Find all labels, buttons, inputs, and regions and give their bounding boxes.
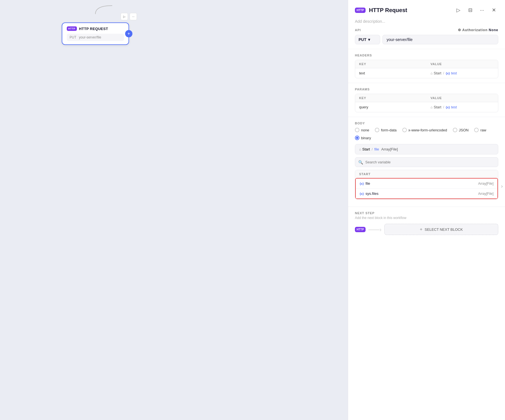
radio-json[interactable]: JSON [453, 128, 469, 132]
node-url: PUT your-server/file [67, 34, 124, 41]
headers-section: HEADERS KEY VALUE text ⌂ Start / {x} tes… [348, 54, 505, 83]
params-var-1: test [451, 105, 457, 109]
node-url-text: your-server/file [79, 35, 101, 39]
divider-1 [348, 49, 505, 49]
panel-http-badge: HTTP [355, 8, 366, 13]
next-step-http-badge: HTTP [355, 227, 366, 232]
node-play-button[interactable]: ▷ [121, 13, 128, 20]
canvas-connector [0, 0, 348, 420]
dropdown-item-sys-files-type: Array[File] [478, 192, 493, 196]
body-section: BODY none form-data x-www-form-urlencode… [348, 122, 505, 207]
dropdown-item-file-type: Array[File] [478, 182, 493, 186]
panel-close-button[interactable]: ✕ [489, 6, 498, 15]
dropdown-item-sys-files[interactable]: {x} sys.files Array[File] [356, 189, 497, 198]
node-controls: ▷ ··· [121, 13, 340, 20]
next-step-arrow-icon: ——› [368, 226, 382, 233]
headers-var-1: test [451, 71, 457, 75]
api-row: PUT ▾ [355, 35, 498, 44]
method-value: PUT [359, 37, 366, 42]
params-section: PARAMS KEY VALUE query ⌂ Start / {x} tes… [348, 88, 505, 117]
panel-header-actions: ▷ ⊟ ··· ✕ [454, 6, 498, 15]
radio-x-www[interactable]: x-www-form-urlencoded [402, 128, 447, 132]
api-section: API ⚙ Authorization None PUT ▾ [348, 28, 505, 49]
url-input[interactable] [382, 35, 498, 44]
body-var-type: Array[File] [381, 147, 398, 151]
next-step-row: HTTP ——› + SELECT NEXT BLOCK [355, 224, 498, 235]
node-card: HTTP HTTP REQUEST PUT your-server/file + [62, 22, 129, 45]
radio-form-data[interactable]: form-data [375, 128, 397, 132]
dropdown-item-sys-files-name: {x} sys.files [360, 191, 478, 196]
search-input[interactable] [355, 157, 498, 167]
radio-none[interactable]: none [355, 128, 369, 132]
headers-value-prefix-1: Start [434, 71, 441, 75]
auth-value: None [489, 28, 498, 32]
body-label: BODY [355, 122, 498, 125]
headers-table-header: KEY VALUE [355, 60, 498, 68]
node-header: HTTP HTTP REQUEST [67, 26, 124, 31]
var-badge-sys-files: {x} [360, 192, 364, 195]
node-more-button[interactable]: ··· [130, 13, 137, 20]
params-key-1: query [355, 102, 427, 112]
var-badge-2: {x} [446, 106, 450, 109]
next-step-desc: Add the next block in this workflow [355, 216, 498, 220]
auth-link[interactable]: ⚙ Authorization None [458, 28, 498, 32]
body-options: none form-data x-www-form-urlencoded JSO… [355, 128, 498, 140]
auth-icon: ⚙ [458, 28, 461, 32]
headers-label: HEADERS [355, 54, 498, 57]
right-panel: HTTP HTTP Request ▷ ⊟ ··· ✕ Add descript… [348, 0, 505, 420]
headers-key-1: text [355, 68, 427, 78]
home-icon-2: ⌂ [431, 105, 433, 109]
panel-play-button[interactable]: ▷ [454, 6, 463, 15]
node-http-badge: HTTP [67, 26, 77, 31]
headers-row-1: text ⌂ Start / {x} test [355, 68, 498, 78]
headers-table: KEY VALUE text ⌂ Start / {x} test [355, 60, 498, 78]
params-row-1: query ⌂ Start / {x} test [355, 102, 498, 112]
search-icon: 🔍 [358, 160, 363, 165]
headers-value-col: VALUE [427, 60, 498, 68]
api-section-label: API ⚙ Authorization None [355, 28, 498, 32]
params-label: PARAMS [355, 88, 498, 91]
node-title: HTTP REQUEST [79, 27, 108, 31]
select-next-block-button[interactable]: + SELECT NEXT BLOCK [384, 224, 498, 235]
params-key-col: KEY [355, 94, 427, 102]
home-icon-3: ⌂ [359, 147, 361, 151]
home-icon-1: ⌂ [431, 71, 433, 75]
divider-3 [348, 117, 505, 117]
radio-raw[interactable]: raw [474, 128, 486, 132]
highlighted-section: {x} file Array[File] {x} sys.files Array… [355, 178, 498, 199]
radio-binary-circle [355, 136, 359, 140]
body-var-name: file [374, 147, 379, 151]
dropdown-item-file-name: {x} file [360, 181, 478, 186]
radio-json-circle [453, 128, 457, 132]
canvas-area: ▷ ··· HTTP HTTP REQUEST PUT your-server/… [0, 0, 348, 420]
node-plus-button[interactable]: + [125, 30, 132, 37]
params-value-1: ⌂ Start / {x} test [427, 102, 498, 112]
select-next-label: SELECT NEXT BLOCK [425, 227, 463, 232]
headers-value-1: ⌂ Start / {x} test [427, 68, 498, 78]
next-step-section: NEXT STEP Add the next block in this wor… [348, 207, 505, 239]
chevron-down-icon: ▾ [368, 37, 370, 42]
dropdown-section-label: START [355, 170, 498, 178]
body-value-row[interactable]: ⌂ Start / file Array[File] [355, 144, 498, 154]
radio-none-circle [355, 128, 359, 132]
node-method: PUT [70, 35, 76, 39]
next-step-label: NEXT STEP [355, 211, 498, 215]
radio-x-www-circle [402, 128, 407, 132]
radio-binary[interactable]: binary [355, 136, 371, 140]
body-value-prefix: Start [362, 147, 370, 151]
method-select[interactable]: PUT ▾ [355, 35, 380, 44]
panel-more-button[interactable]: ··· [478, 6, 486, 15]
radio-form-data-circle [375, 128, 379, 132]
params-value-prefix-1: Start [434, 105, 441, 109]
radio-raw-circle [474, 128, 479, 132]
panel-header: HTTP HTTP Request ▷ ⊟ ··· ✕ [348, 0, 505, 17]
panel-book-button[interactable]: ⊟ [466, 6, 475, 15]
panel-title: HTTP Request [369, 7, 451, 13]
variable-dropdown: START {x} file Array[File] {x} sys.files [355, 170, 498, 199]
var-badge-file: {x} [360, 182, 364, 185]
headers-key-col: KEY [355, 60, 427, 68]
panel-description[interactable]: Add description... [348, 17, 505, 28]
dropdown-wrapper: START {x} file Array[File] {x} sys.files [355, 170, 498, 199]
params-table-header: KEY VALUE [355, 94, 498, 102]
dropdown-item-file[interactable]: {x} file Array[File] [356, 179, 497, 189]
